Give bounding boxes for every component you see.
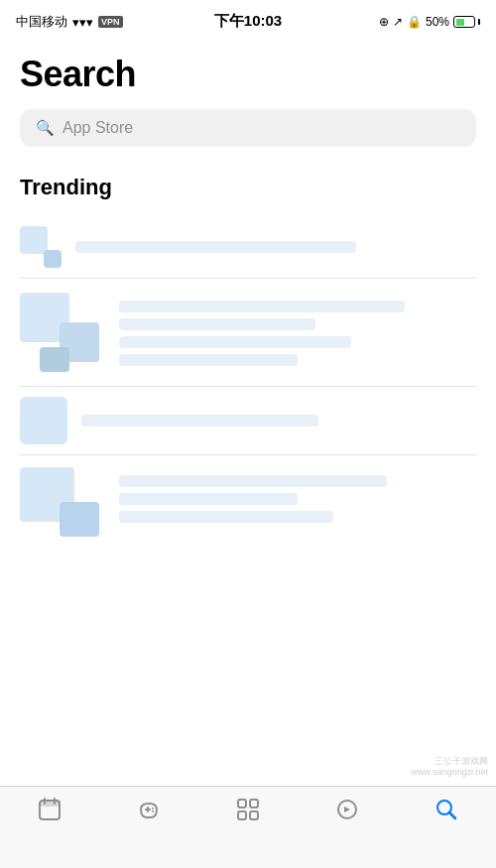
- vpn-badge: VPN: [98, 16, 123, 28]
- svg-point-7: [152, 810, 154, 812]
- search-bar[interactable]: 🔍 App Store: [20, 109, 476, 147]
- app-icon-placeholder: [20, 397, 67, 444]
- today-icon: [37, 797, 62, 822]
- tab-arcade[interactable]: [298, 797, 397, 822]
- tab-today[interactable]: [0, 797, 99, 822]
- svg-line-14: [449, 812, 455, 818]
- watermark-line1: 三公子游戏网: [411, 756, 488, 768]
- app-text-placeholder: [75, 241, 476, 253]
- search-placeholder-text: App Store: [62, 119, 133, 137]
- carrier-text: 中国移动: [16, 13, 67, 31]
- search-icon: 🔍: [36, 119, 55, 137]
- status-right: ⊕ ↗ 🔒 50%: [379, 15, 480, 29]
- list-item[interactable]: [20, 387, 476, 455]
- tab-games[interactable]: [99, 797, 198, 822]
- arrow-icon: ↗: [393, 15, 403, 29]
- search-tab-icon: [434, 797, 459, 822]
- svg-rect-1: [40, 801, 60, 806]
- page-title: Search: [20, 54, 476, 95]
- svg-rect-11: [250, 811, 258, 819]
- location-icon: ⊕: [379, 15, 389, 29]
- list-item[interactable]: [20, 455, 476, 549]
- svg-rect-9: [250, 800, 258, 807]
- lock-icon: 🔒: [407, 15, 422, 29]
- list-item[interactable]: [20, 216, 476, 279]
- svg-rect-10: [238, 811, 246, 819]
- app-text-placeholder: [81, 415, 476, 427]
- tab-apps[interactable]: [198, 797, 298, 822]
- svg-rect-8: [238, 800, 246, 807]
- trending-list: [20, 216, 476, 549]
- battery-icon: [453, 16, 480, 28]
- status-bar: 中国移动 ▾▾▾ VPN 下午10:03 ⊕ ↗ 🔒 50%: [0, 0, 496, 44]
- app-icon-placeholder: [20, 293, 109, 372]
- tab-bar: [0, 786, 496, 868]
- main-content: Search 🔍 App Store Trending: [0, 44, 496, 549]
- app-icon-placeholder: [20, 467, 109, 537]
- arcade-icon: [334, 797, 360, 822]
- status-time: 下午10:03: [214, 12, 282, 31]
- list-item[interactable]: [20, 279, 476, 387]
- wifi-icon: ▾▾▾: [72, 15, 93, 30]
- games-icon: [136, 797, 162, 822]
- app-text-placeholder: [119, 301, 476, 366]
- watermark: 三公子游戏网 www.sangongzi.net: [411, 756, 488, 779]
- watermark-line2: www.sangongzi.net: [411, 767, 488, 779]
- tab-search[interactable]: [397, 797, 496, 822]
- apps-icon: [235, 797, 261, 822]
- svg-point-6: [152, 807, 154, 809]
- battery-percent-text: 50%: [426, 15, 449, 29]
- status-left: 中国移动 ▾▾▾ VPN: [16, 13, 123, 31]
- app-text-placeholder: [119, 475, 476, 523]
- app-icon-placeholder: [20, 226, 62, 268]
- trending-section-title: Trending: [20, 175, 476, 200]
